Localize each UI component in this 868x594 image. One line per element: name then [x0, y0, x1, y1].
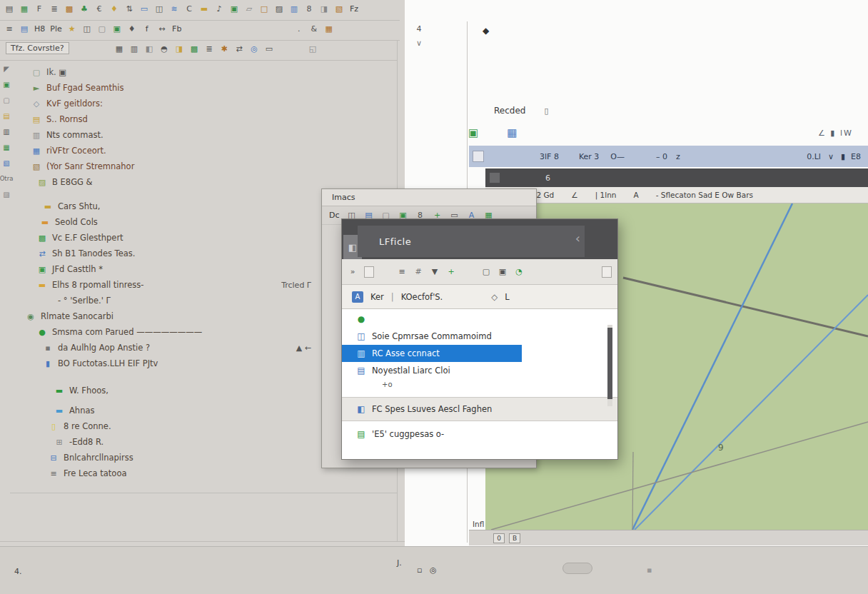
toolbar-icon[interactable]: ▦ — [114, 43, 124, 54]
dialog-scrollbar[interactable] — [607, 325, 612, 406]
toolbar-icon[interactable]: ◨ — [319, 3, 329, 14]
tree-item[interactable]: ◇ KvF geitldors: — [31, 96, 395, 111]
toolbar-icon[interactable]: ✱ — [219, 43, 229, 54]
toolbar-icon[interactable]: ▨ — [274, 3, 284, 14]
strip-icon[interactable]: ∨ — [414, 37, 424, 49]
band-field[interactable]: Ker 3 — [579, 152, 599, 161]
dialog-list-row[interactable]: ▤ 'E5' cuggpesas o- — [342, 421, 617, 447]
band-field[interactable]: 0.Ll — [807, 152, 821, 161]
toolbar-icon[interactable]: ▩ — [189, 43, 199, 54]
status-icon[interactable]: ▫ — [417, 565, 422, 575]
status-pill[interactable] — [562, 563, 592, 574]
toolbar-icon[interactable]: ≋ — [169, 3, 179, 14]
dialog-filter-row[interactable]: A Ker | KOecfof'S. ◇ L — [342, 285, 617, 309]
dialog-list-row[interactable]: ◫ Soie Cpmrsae Commamoimd — [342, 328, 617, 345]
tree-item[interactable]: ▥ Nts commast. — [31, 127, 395, 143]
toolbar-icon[interactable]: ▤ — [19, 23, 29, 34]
dialog-toolbar-item[interactable]: + — [446, 266, 456, 278]
dialog-toolbar-item[interactable] — [602, 266, 612, 278]
toolbar-icon[interactable]: Ple — [50, 23, 61, 34]
toolbar-icon[interactable]: ▦ — [19, 3, 29, 14]
band-field[interactable]: O— — [610, 152, 625, 161]
toolbar-icon[interactable]: Fz — [349, 3, 359, 14]
scroll-button[interactable]: B — [509, 533, 520, 543]
toolbar-icon[interactable]: ≣ — [204, 43, 214, 54]
band-field[interactable]: 3lF 8 — [540, 152, 559, 161]
dialog-toolbar-item[interactable] — [364, 266, 374, 278]
toolbar-icon[interactable]: ♣ — [79, 3, 89, 14]
band-field[interactable]: z — [676, 152, 680, 161]
format-bar-item[interactable]: | 1lnn — [595, 191, 617, 199]
dialog-toolbar-item[interactable]: ▣ — [498, 266, 508, 278]
scroll-button[interactable]: 0 — [493, 533, 505, 543]
toolbar-icon[interactable]: ◨ — [174, 43, 184, 54]
toolbar-icon[interactable]: ≡ — [4, 23, 14, 34]
toolbar-icon[interactable]: ▣ — [229, 3, 239, 14]
new-doc-icon[interactable]: ▣ — [468, 127, 478, 139]
dialog-list-row[interactable]: ● — [342, 311, 617, 328]
strip-icon[interactable]: 4 — [414, 23, 424, 34]
window-mode-label[interactable]: Tfz. Covrstle? — [6, 42, 69, 54]
toolbar-icon[interactable]: ▦ — [324, 23, 334, 34]
tree-item[interactable]: ▧ (Yor Sanr Stremnahor — [31, 158, 395, 174]
band-chip-icon[interactable] — [473, 151, 484, 162]
window-controls[interactable]: ∠ ▮ lW — [818, 129, 853, 138]
back-arrow-icon[interactable]: ‹ — [575, 231, 580, 246]
band-field[interactable]: – 0 — [656, 152, 667, 161]
dialog-list-row[interactable]: ▤ Noyestlal Liarc Cloi — [342, 362, 617, 379]
toolbar-icon[interactable]: ♪ — [214, 3, 224, 14]
toolbar-icon[interactable]: ▤ — [4, 3, 14, 14]
toolbar-icon[interactable]: & — [309, 23, 319, 34]
tree-item[interactable]: ▦ riVFtr Coceort. — [31, 143, 395, 158]
toolbar-icon[interactable]: ◓ — [159, 43, 169, 54]
toolbar-icon[interactable]: ⇅ — [124, 3, 134, 14]
document-icon[interactable]: ▯ — [544, 106, 548, 116]
dialog-toolbar-item[interactable] — [380, 266, 390, 278]
zoom-icon[interactable]: ◎ — [430, 565, 437, 575]
format-bar-item[interactable]: - Sflecaton Sad E Ow Bars — [656, 191, 753, 199]
toolbar-icon[interactable]: Fb — [172, 23, 182, 34]
dialog-toolbar-item[interactable]: # — [413, 266, 423, 278]
toolbar-icon[interactable]: ⇄ — [234, 43, 244, 54]
toolbar-icon[interactable]: ◫ — [154, 3, 164, 14]
toolbar-icon[interactable]: F — [34, 3, 44, 14]
dialog-toolbar-item[interactable]: » — [348, 266, 358, 278]
toolbar-icon[interactable]: □ — [259, 3, 269, 14]
dialog-list-row[interactable]: ▥ RC Asse ccnnact — [342, 345, 522, 362]
dialog-toolbar-item[interactable]: ≡ — [397, 266, 407, 278]
toolbar-icon[interactable]: € — [94, 3, 104, 14]
toolbar-icon[interactable]: ▧ — [334, 3, 344, 14]
toolbar-icon[interactable]: ♦ — [127, 23, 137, 34]
toolbar-icon[interactable]: ♦ — [109, 3, 119, 14]
toolbar-icon[interactable]: . — [294, 23, 304, 34]
band-chevron-icon[interactable]: ∨ — [828, 152, 834, 161]
band-icon[interactable]: ▮ — [841, 152, 845, 161]
toolbar-icon[interactable]: ▥ — [289, 3, 299, 14]
toolbar-icon[interactable]: H8 — [34, 23, 45, 34]
canvas-hscrollbar[interactable]: 0 B — [469, 530, 868, 545]
tree-item[interactable]: ▤ S.. Rornsd — [31, 111, 395, 127]
format-bar-item[interactable]: A — [633, 191, 638, 199]
toolbar-icon[interactable]: ◎ — [249, 43, 259, 54]
dialog-toolbar-item[interactable]: ◔ — [514, 266, 524, 278]
toolbar-icon[interactable]: ▥ — [129, 43, 139, 54]
toolbar-icon[interactable]: ▢ — [97, 23, 107, 34]
toolbar-icon[interactable]: f — [142, 23, 152, 34]
toolbar-icon[interactable]: ◫ — [82, 23, 92, 34]
toolbar-icon[interactable]: ◧ — [144, 43, 154, 54]
toolbar-icon[interactable]: ▩ — [64, 3, 74, 14]
toolbar-icon[interactable]: Dc — [329, 210, 340, 221]
format-bar-item[interactable]: ∠ — [571, 191, 577, 199]
toolbar-icon[interactable]: ▣ — [112, 23, 122, 34]
toolbar-icon[interactable]: C — [184, 3, 194, 14]
toolbar-icon[interactable]: ◱ — [308, 43, 318, 54]
dark-band-chip[interactable] — [490, 173, 500, 183]
toolbar-icon[interactable]: ↔ — [157, 23, 167, 34]
toolbar-icon[interactable]: ★ — [67, 23, 77, 34]
dialog-toolbar-item[interactable]: ▼ — [430, 266, 440, 278]
dialog-list-row[interactable]: ◧ FC Spes Lsuves Aescl Faghen — [342, 397, 617, 421]
dialog-toolbar-item[interactable]: ▢ — [481, 266, 491, 278]
open-doc-icon[interactable]: ▦ — [507, 127, 517, 139]
toolbar-icon[interactable]: ▭ — [139, 3, 149, 14]
toolbar-icon[interactable]: ▭ — [264, 43, 274, 54]
